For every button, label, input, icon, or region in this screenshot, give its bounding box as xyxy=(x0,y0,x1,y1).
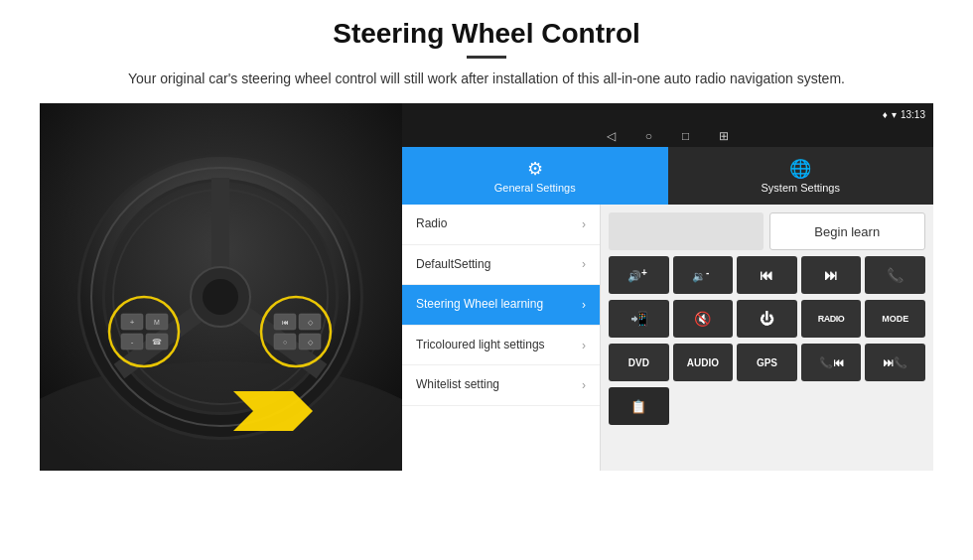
phone-button[interactable]: 📞 xyxy=(865,256,925,294)
menu-item-tricoloured-label: Tricoloured light settings xyxy=(416,338,582,353)
controls-row-3: DVD AUDIO GPS 📞⏮ ⏭📞 xyxy=(609,344,925,381)
svg-text:M: M xyxy=(154,319,160,326)
status-bar: ♦ ▾ 13:13 xyxy=(402,103,933,125)
next-track-button[interactable]: ⏭ xyxy=(801,256,862,294)
begin-learn-button[interactable]: Begin learn xyxy=(769,212,926,250)
recents-nav-icon[interactable]: □ xyxy=(682,129,689,143)
radio-button[interactable]: RADIO xyxy=(801,300,862,338)
tel-prev-button[interactable]: 📞⏮ xyxy=(801,344,862,381)
home-nav-icon[interactable]: ○ xyxy=(645,129,652,143)
controls-row-2: 📲 🔇 ⏻ RADIO MODE xyxy=(609,300,925,338)
tel-next-button[interactable]: ⏭📞 xyxy=(865,344,925,381)
menu-item-whitelist[interactable]: Whitelist setting › xyxy=(402,365,600,406)
controls-panel: Begin learn 🔊+ 🔉- ⏮ ⏭ 📞 xyxy=(601,205,933,471)
nav-bar: ◁ ○ □ ⊞ xyxy=(402,125,933,147)
chevron-icon-steering: › xyxy=(582,298,586,312)
media-icon-button[interactable]: 📋 xyxy=(609,387,669,425)
menu-item-radio[interactable]: Radio › xyxy=(402,205,600,245)
chevron-icon-tricoloured: › xyxy=(582,339,586,352)
chevron-icon-default: › xyxy=(582,257,586,271)
general-settings-icon: ⚙ xyxy=(527,158,543,180)
image-panel: + M - ☎ ⏮ ◇ ○ ◇ xyxy=(40,103,402,471)
chevron-icon-radio: › xyxy=(582,217,586,231)
vol-down-button[interactable]: 🔉- xyxy=(673,256,734,294)
menu-item-radio-label: Radio xyxy=(416,216,582,232)
mute-button[interactable]: 🔇 xyxy=(673,300,734,338)
menu-list: Radio › DefaultSetting › Steering Wheel … xyxy=(402,205,601,471)
content-row: + M - ☎ ⏮ ◇ ○ ◇ xyxy=(40,103,933,471)
svg-text:⏮: ⏮ xyxy=(282,319,289,326)
system-settings-label: System Settings xyxy=(762,182,840,194)
subtitle: Your original car's steering wheel contr… xyxy=(40,69,933,89)
steering-wheel-svg: + M - ☎ ⏮ ◇ ○ ◇ xyxy=(40,103,402,471)
back-nav-icon[interactable]: ◁ xyxy=(607,129,616,143)
menu-item-whitelist-label: Whitelist setting xyxy=(416,377,582,393)
menu-item-default-label: DefaultSetting xyxy=(416,257,582,273)
apps-nav-icon[interactable]: ⊞ xyxy=(719,129,729,143)
svg-text:+: + xyxy=(641,267,647,278)
chevron-icon-whitelist: › xyxy=(582,378,586,392)
steering-wheel-image: + M - ☎ ⏮ ◇ ○ ◇ xyxy=(40,103,402,471)
status-icons: ♦ ▾ 13:13 xyxy=(883,109,925,120)
svg-text:-: - xyxy=(131,338,134,347)
controls-row-1: 🔊+ 🔉- ⏮ ⏭ 📞 xyxy=(609,256,925,294)
system-settings-icon: 🌐 xyxy=(789,158,811,180)
call-button[interactable]: 📲 xyxy=(609,300,669,338)
settings-tabs: ⚙ General Settings 🌐 System Settings xyxy=(402,147,933,205)
empty-learn-box xyxy=(609,212,764,250)
svg-text:☎: ☎ xyxy=(152,338,162,347)
svg-text:+: + xyxy=(130,318,135,327)
controls-row-4: 📋 xyxy=(609,387,925,425)
svg-text:-: - xyxy=(706,267,709,278)
time-display: 13:13 xyxy=(901,109,925,120)
svg-text:🔊: 🔊 xyxy=(627,269,641,283)
vol-up-button[interactable]: 🔊+ xyxy=(609,256,669,294)
dvd-button[interactable]: DVD xyxy=(609,344,669,381)
audio-button[interactable]: AUDIO xyxy=(673,344,734,381)
page-title: Steering Wheel Control xyxy=(40,18,933,50)
menu-item-tricoloured[interactable]: Tricoloured light settings › xyxy=(402,326,600,366)
page-container: Steering Wheel Control Your original car… xyxy=(0,0,973,481)
tab-general-settings[interactable]: ⚙ General Settings xyxy=(402,147,668,205)
settings-content: Radio › DefaultSetting › Steering Wheel … xyxy=(402,205,933,471)
svg-point-10 xyxy=(203,279,238,315)
title-divider xyxy=(467,56,506,59)
tab-system-settings[interactable]: 🌐 System Settings xyxy=(668,147,934,205)
top-row: Begin learn xyxy=(609,212,925,250)
title-section: Steering Wheel Control Your original car… xyxy=(40,18,933,89)
power-button[interactable]: ⏻ xyxy=(737,300,797,338)
menu-item-steering-label: Steering Wheel learning xyxy=(416,297,582,313)
svg-text:○: ○ xyxy=(283,339,287,346)
gps-button[interactable]: GPS xyxy=(737,344,797,381)
general-settings-label: General Settings xyxy=(494,182,576,194)
svg-text:🔉: 🔉 xyxy=(692,269,706,283)
location-icon: ♦ xyxy=(883,109,888,120)
mode-button[interactable]: MODE xyxy=(865,300,925,338)
android-panel: ♦ ▾ 13:13 ◁ ○ □ ⊞ ⚙ General Settings � xyxy=(402,103,933,471)
prev-track-button[interactable]: ⏮ xyxy=(737,256,797,294)
menu-item-steering-wheel[interactable]: Steering Wheel learning › xyxy=(402,285,600,326)
wifi-icon: ▾ xyxy=(892,109,897,120)
menu-item-default-setting[interactable]: DefaultSetting › xyxy=(402,245,600,286)
